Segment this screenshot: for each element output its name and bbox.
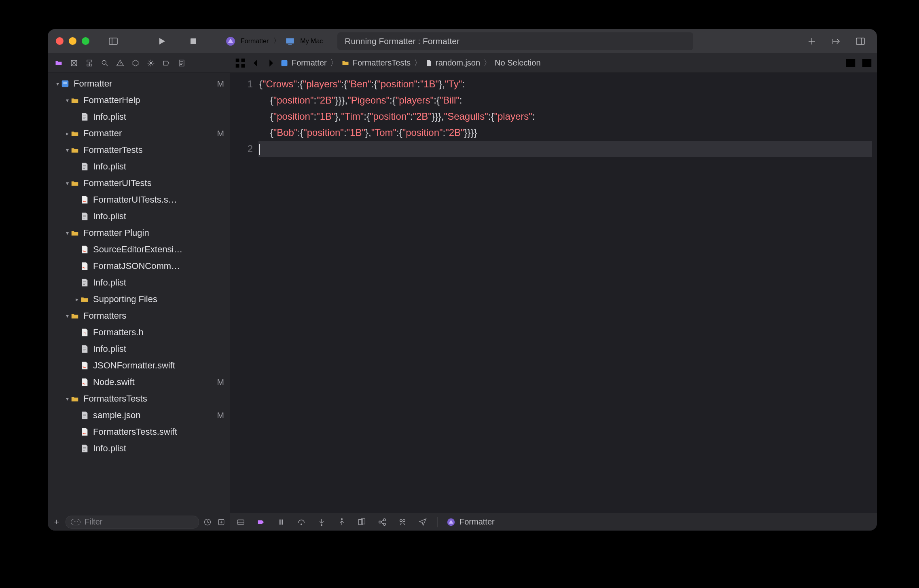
breakpoint-navigator-icon[interactable] xyxy=(160,57,172,69)
tree-row[interactable]: Info.plist xyxy=(48,208,230,224)
tree-row[interactable]: Info.plist xyxy=(48,108,230,125)
activity-viewer[interactable]: Running Formatter : Formatter xyxy=(337,32,693,50)
code-content[interactable]: {"Crows":{"players":{"Ben":{"position":"… xyxy=(258,73,877,513)
step-over-icon[interactable] xyxy=(296,516,307,528)
tree-row-label: Formatter xyxy=(74,78,214,89)
zoom-button[interactable] xyxy=(82,37,89,45)
header-icon: h xyxy=(80,328,89,337)
tree-row[interactable]: Info.plist xyxy=(48,440,230,457)
chevron-down-icon[interactable]: ▾ xyxy=(64,147,70,153)
tree-row-label: Info.plist xyxy=(93,161,224,172)
stop-button[interactable] xyxy=(185,33,202,50)
tree-row[interactable]: ▾Formatters xyxy=(48,307,230,324)
tree-row[interactable]: ▾FormatterUITests xyxy=(48,175,230,191)
tree-row[interactable]: JSONFormatter.swift xyxy=(48,357,230,374)
run-button[interactable] xyxy=(153,33,170,50)
folder-icon xyxy=(70,146,79,154)
report-navigator-icon[interactable] xyxy=(176,57,188,69)
chevron-down-icon[interactable]: ▾ xyxy=(64,313,70,319)
svg-rect-26 xyxy=(236,58,239,62)
back-button[interactable] xyxy=(250,57,262,69)
source-control-navigator-icon[interactable] xyxy=(68,57,80,69)
project-navigator-icon[interactable] xyxy=(53,57,65,69)
svg-line-82 xyxy=(381,520,383,522)
debug-bar: Formatter xyxy=(230,513,877,531)
svg-point-18 xyxy=(102,60,106,64)
crumb-selection[interactable]: No Selection xyxy=(495,58,540,68)
folder-icon xyxy=(70,179,79,188)
find-navigator-icon[interactable] xyxy=(99,57,111,69)
recent-filter-icon[interactable] xyxy=(202,517,213,527)
tree-row[interactable]: Info.plist xyxy=(48,341,230,357)
scm-badge: M xyxy=(217,129,224,138)
chevron-right-icon[interactable]: ▸ xyxy=(74,296,80,302)
toggle-left-panel-icon[interactable] xyxy=(105,33,122,50)
crumb-project[interactable]: Formatter xyxy=(280,58,327,68)
chevron-down-icon[interactable]: ▾ xyxy=(64,396,70,402)
location-icon[interactable] xyxy=(417,516,428,528)
add-file-button[interactable]: + xyxy=(51,517,62,527)
tree-row[interactable]: Info.plist xyxy=(48,274,230,291)
tree-row[interactable]: ▾Formatter Plugin xyxy=(48,224,230,241)
chevron-down-icon[interactable]: ▾ xyxy=(64,97,70,104)
step-out-icon[interactable] xyxy=(336,516,347,528)
debug-navigator-icon[interactable] xyxy=(145,57,157,69)
tree-row[interactable]: ▾FormatterM xyxy=(48,75,230,92)
environment-overrides-icon[interactable] xyxy=(397,516,408,528)
tree-row[interactable]: ▸FormatterM xyxy=(48,125,230,142)
process-selector[interactable]: Formatter xyxy=(447,517,495,527)
tree-row[interactable]: SourceEditorExtensi… xyxy=(48,241,230,258)
tree-row[interactable]: FormatJSONComm… xyxy=(48,258,230,274)
file-tree[interactable]: ▾FormatterM▾FormatterHelpInfo.plist▸Form… xyxy=(48,73,230,513)
hide-debug-area-icon[interactable] xyxy=(235,516,246,528)
chevron-right-icon[interactable]: ▸ xyxy=(64,130,70,137)
add-button[interactable] xyxy=(803,33,820,50)
chevron-right-icon: 〉 xyxy=(273,37,280,45)
tree-row[interactable]: ▸Supporting Files xyxy=(48,291,230,307)
library-button[interactable] xyxy=(828,33,845,50)
plist-icon xyxy=(80,444,89,453)
forward-button[interactable] xyxy=(265,57,277,69)
svg-rect-3 xyxy=(191,38,196,44)
breakpoints-toggle-icon[interactable] xyxy=(255,516,267,528)
filter-input[interactable]: ⋯ Filter xyxy=(66,516,199,529)
toggle-right-panel-icon[interactable] xyxy=(852,33,869,50)
scheme-name: Formatter xyxy=(241,38,269,45)
svg-rect-16 xyxy=(90,64,92,66)
pause-icon[interactable] xyxy=(275,516,287,528)
tree-row-label: Info.plist xyxy=(93,112,224,122)
scheme-selector[interactable]: Formatter 〉 My Mac xyxy=(225,36,323,47)
code-area[interactable]: 12 {"Crows":{"players":{"Ben":{"position… xyxy=(230,73,877,513)
tree-row[interactable]: Info.plist xyxy=(48,158,230,175)
tree-row[interactable]: hFormatters.h xyxy=(48,324,230,341)
memory-graph-icon[interactable] xyxy=(377,516,388,528)
xcode-window: Formatter 〉 My Mac Running Formatter : F… xyxy=(48,29,877,531)
chevron-down-icon[interactable]: ▾ xyxy=(64,230,70,236)
tree-row[interactable]: ▾FormatterTests xyxy=(48,142,230,158)
related-items-icon[interactable] xyxy=(234,57,246,69)
add-editor-icon[interactable] xyxy=(861,57,873,69)
step-into-icon[interactable] xyxy=(316,516,327,528)
scm-filter-icon[interactable] xyxy=(216,517,227,527)
test-navigator-icon[interactable] xyxy=(129,57,142,69)
destination-icon xyxy=(285,36,295,47)
tree-row[interactable]: Node.swiftM xyxy=(48,374,230,390)
symbol-navigator-icon[interactable] xyxy=(83,57,95,69)
traffic-lights xyxy=(56,37,89,45)
tree-row[interactable]: ▾FormatterHelp xyxy=(48,92,230,108)
close-button[interactable] xyxy=(56,37,64,45)
tree-row[interactable]: FormatterUITests.s… xyxy=(48,191,230,208)
minimize-button[interactable] xyxy=(69,37,76,45)
chevron-down-icon[interactable]: ▾ xyxy=(64,180,70,186)
json-icon xyxy=(80,411,89,420)
tree-row[interactable]: ▾FormattersTests xyxy=(48,390,230,407)
tree-row[interactable]: sample.jsonM xyxy=(48,407,230,423)
issue-navigator-icon[interactable] xyxy=(114,57,126,69)
chevron-down-icon[interactable]: ▾ xyxy=(54,80,61,87)
adjust-editor-icon[interactable] xyxy=(845,57,857,69)
crumb-folder[interactable]: FormattersTests xyxy=(341,58,411,68)
view-debugger-icon[interactable] xyxy=(356,516,368,528)
minimap-icon[interactable] xyxy=(828,57,841,69)
crumb-file[interactable]: random.json xyxy=(425,58,480,68)
tree-row[interactable]: FormattersTests.swift xyxy=(48,423,230,440)
